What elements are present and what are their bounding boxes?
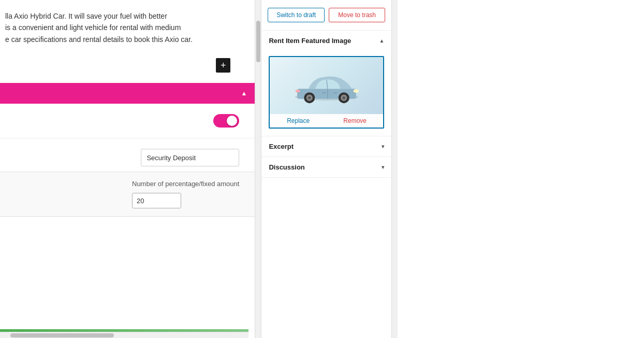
move-to-trash-button[interactable]: Move to trash [329,8,386,22]
excerpt-header[interactable]: Excerpt ▾ [261,136,391,157]
excerpt-title: Excerpt [269,143,294,150]
excerpt-chevron-down-icon: ▾ [382,144,384,149]
text-line-3: e car specifications and rental details … [5,34,239,45]
image-actions-bar: Replace Remove [270,114,383,128]
number-field-section: Number of percentage/fixed amount 20 [0,172,255,217]
horizontal-scrollbar[interactable] [0,332,248,338]
main-scrollbar-thumb [256,21,260,62]
featured-image-header[interactable]: Rent Item Featured Image ▲ [261,31,391,51]
text-line-2: is a convenient and light vehicle for re… [5,22,239,33]
svg-point-9 [354,89,359,93]
number-field-label: Number of percentage/fixed amount [5,180,239,188]
svg-point-8 [343,96,345,99]
svg-point-5 [308,96,311,99]
left-panel: lla Axio Hybrid Car. It will save your f… [0,0,255,338]
scrollbar-thumb [10,333,114,337]
app-container: lla Axio Hybrid Car. It will save your f… [0,0,398,338]
sidebar-vertical-scrollbar[interactable] [391,0,398,338]
number-field-input-wrap: 20 [5,193,239,208]
right-sidebar: Switch to draft Move to trash Rent Item … [261,0,391,338]
featured-image-chevron-up-icon: ▲ [379,38,385,44]
replace-image-button[interactable]: Replace [270,114,327,128]
pink-divider-bar: ▲ [0,83,255,104]
featured-image-title: Rent Item Featured Image [269,37,351,45]
text-line-1: lla Axio Hybrid Car. It will save your f… [5,10,239,22]
svg-point-10 [296,90,300,92]
sidebar-actions: Switch to draft Move to trash [261,0,391,31]
content-text: lla Axio Hybrid Car. It will save your f… [0,0,255,50]
number-field-input[interactable]: 20 [132,193,181,208]
car-image-svg [290,65,363,106]
switch-to-draft-button[interactable]: Switch to draft [268,8,325,22]
toggle-slider [213,114,239,128]
featured-image-container: Replace Remove [261,51,391,136]
discussion-title: Discussion [269,163,304,171]
featured-image-section: Rent Item Featured Image ▲ [261,31,391,136]
security-toggle[interactable] [213,114,239,128]
discussion-header[interactable]: Discussion ▾ [261,157,391,177]
pink-bar-arrow-icon: ▲ [241,90,247,97]
svg-rect-13 [333,92,337,93]
featured-image-frame: Replace Remove [269,56,384,129]
security-deposit-row: Security Deposit [0,138,255,172]
featured-image-display [270,57,383,114]
main-vertical-scrollbar[interactable] [255,0,261,338]
add-block-button[interactable]: + [216,58,230,73]
toggle-row [0,104,255,138]
remove-image-button[interactable]: Remove [327,114,384,128]
security-deposit-input[interactable]: Security Deposit [141,149,239,166]
discussion-chevron-down-icon: ▾ [382,164,384,170]
discussion-section: Discussion ▾ [261,157,391,178]
svg-rect-12 [322,92,326,93]
excerpt-section: Excerpt ▾ [261,136,391,157]
